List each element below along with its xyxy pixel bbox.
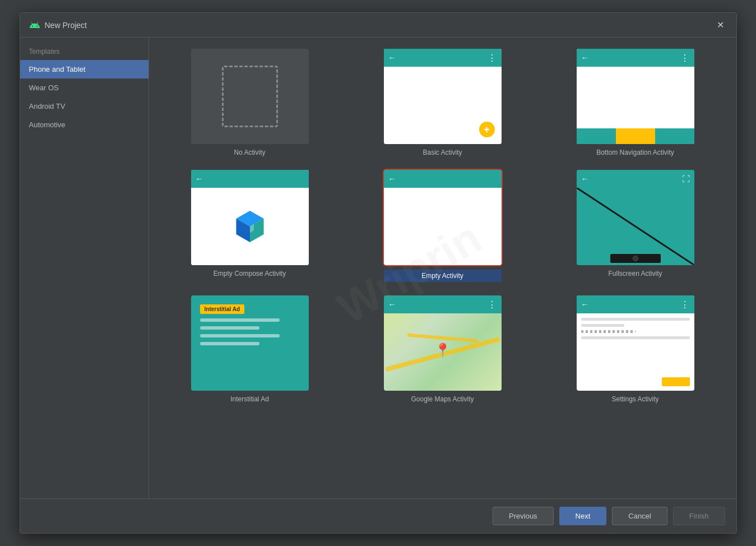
back-arrow-icon: ← (388, 53, 396, 62)
bottom-nav-item-2 (616, 128, 655, 144)
map-pin: 📍 (434, 343, 451, 358)
sidebar-item-android-tv[interactable]: Android TV (20, 97, 149, 115)
overflow-icon: ⋮ (680, 299, 690, 310)
dialog-body: Templates Phone and Tablet Wear OS Andro… (20, 38, 736, 498)
template-fullscreen[interactable]: ← ⛶ F (548, 170, 723, 282)
empty-activity-phone: ← (384, 170, 502, 265)
templates-grid: No Activity ← ⋮ + (163, 49, 723, 498)
back-arrow-icon: ← (581, 174, 589, 183)
template-interstitial-ad[interactable]: Interstitial Ad Interstitial Ad (163, 295, 337, 403)
bottom-nav-item-1 (577, 128, 616, 144)
ad-line-1 (200, 318, 280, 322)
overflow-icon: ⋮ (488, 53, 497, 63)
bottom-nav-thumbnail: ← ⋮ (577, 49, 694, 144)
empty-body (384, 188, 502, 265)
fab-icon: + (479, 122, 495, 137)
settings-line-2 (581, 324, 625, 327)
overflow-icon: ⋮ (488, 299, 497, 310)
ad-line-4 (200, 342, 260, 345)
fullscreen-toolbar: ← ⛶ (577, 170, 694, 188)
basic-toolbar: ← ⋮ (384, 49, 502, 67)
maps-phone: ← ⋮ 📍 (384, 295, 502, 391)
template-maps[interactable]: ← ⋮ 📍 (355, 295, 530, 403)
back-arrow-icon: ← (388, 300, 396, 309)
sidebar: Templates Phone and Tablet Wear OS Andro… (20, 38, 149, 498)
back-arrow-icon: ← (196, 174, 203, 183)
dashed-box (222, 66, 278, 127)
settings-toolbar: ← ⋮ (577, 295, 694, 313)
device-frame (610, 254, 661, 263)
template-settings[interactable]: ← ⋮ (548, 295, 723, 403)
interstitial-phone: Interstitial Ad (191, 295, 309, 391)
compose-body (191, 188, 309, 265)
interstitial-ad-label: Interstitial Ad (230, 395, 269, 403)
back-arrow-icon: ← (581, 300, 589, 309)
empty-compose-thumbnail: ← (191, 170, 309, 265)
settings-line-1 (581, 318, 690, 321)
next-button[interactable]: Next (559, 507, 607, 525)
settings-label: Settings Activity (611, 395, 658, 403)
main-area: No Activity ← ⋮ + (149, 38, 736, 498)
fullscreen-thumbnail: ← ⛶ (577, 170, 694, 265)
bottom-nav-body (577, 67, 694, 128)
template-basic-activity[interactable]: ← ⋮ + Basic Activity (355, 49, 530, 156)
new-project-dialog: Wriprin New Project ✕ Templates Phone an… (20, 12, 737, 534)
no-activity-thumbnail (191, 49, 309, 144)
settings-thumbnail: ← ⋮ (577, 295, 694, 391)
map-background: 📍 (384, 313, 502, 391)
no-activity-label: No Activity (234, 149, 265, 156)
basic-activity-phone: ← ⋮ + (384, 49, 502, 144)
maps-toolbar: ← ⋮ (384, 295, 502, 313)
dialog-title: New Project (45, 21, 709, 30)
maps-label: Google Maps Activity (411, 395, 474, 403)
android-icon (29, 20, 40, 31)
map-area: 📍 (384, 313, 502, 391)
settings-body (577, 313, 694, 391)
bottom-nav-item-3 (655, 128, 694, 144)
maps-thumbnail: ← ⋮ 📍 (384, 295, 502, 391)
sidebar-item-wear-os[interactable]: Wear OS (20, 78, 149, 97)
device-home-button (633, 256, 638, 261)
empty-activity-thumbnail: ← (384, 170, 502, 265)
settings-action-button (662, 377, 690, 386)
empty-activity-label: Empty Activity (384, 270, 502, 282)
empty-toolbar: ← (384, 170, 502, 188)
fullscreen-expand-icon: ⛶ (682, 174, 690, 183)
overflow-icon: ⋮ (680, 53, 690, 63)
fullscreen-phone: ← ⛶ (577, 170, 694, 265)
finish-button[interactable]: Finish (673, 507, 725, 525)
map-road-2 (407, 334, 477, 343)
bottom-nav-label: Bottom Navigation Activity (596, 149, 674, 156)
basic-body: + (384, 67, 502, 144)
sidebar-item-automotive[interactable]: Automotive (20, 115, 149, 134)
template-bottom-nav[interactable]: ← ⋮ Bottom Navigation (548, 49, 723, 156)
ad-line-2 (200, 326, 260, 330)
dialog-footer: Previous Next Cancel Finish (20, 498, 736, 533)
back-arrow-icon: ← (581, 53, 589, 62)
template-empty-activity[interactable]: ← Empty Activity (355, 170, 530, 282)
ad-line-3 (200, 334, 280, 337)
sidebar-section-label: Templates (20, 44, 149, 60)
bottom-nav-phone: ← ⋮ (577, 49, 694, 144)
dialog-titlebar: New Project ✕ (20, 13, 736, 38)
bottom-nav-bar (577, 128, 694, 144)
previous-button[interactable]: Previous (493, 507, 554, 525)
back-arrow-icon: ← (388, 174, 396, 183)
settings-line-4 (581, 336, 690, 339)
interstitial-ad-thumbnail: Interstitial Ad (191, 295, 309, 391)
bottom-nav-toolbar: ← ⋮ (577, 49, 694, 67)
cancel-button[interactable]: Cancel (612, 507, 667, 525)
empty-compose-phone: ← (191, 170, 309, 265)
empty-compose-label: Empty Compose Activity (214, 270, 286, 277)
template-no-activity[interactable]: No Activity (163, 49, 337, 156)
basic-activity-thumbnail: ← ⋮ + (384, 49, 502, 144)
sidebar-item-phone-tablet[interactable]: Phone and Tablet (20, 60, 149, 78)
template-empty-compose[interactable]: ← (163, 170, 337, 282)
settings-phone: ← ⋮ (577, 295, 694, 391)
ad-badge: Interstitial Ad (200, 304, 245, 314)
compose-toolbar: ← (191, 170, 309, 188)
close-button[interactable]: ✕ (713, 18, 727, 31)
fullscreen-label: Fullscreen Activity (608, 270, 662, 277)
cube-icon (230, 207, 270, 246)
settings-line-3 (581, 330, 636, 333)
